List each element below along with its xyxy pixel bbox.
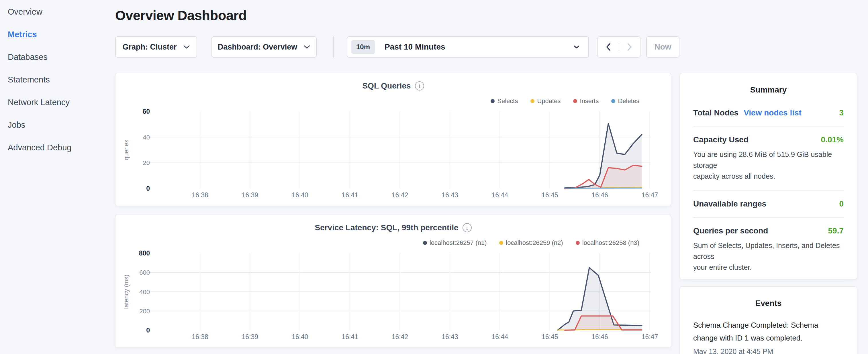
- unavailable-ranges-value: 0: [839, 199, 844, 208]
- events-panel: Events Schema Change Completed: Schema c…: [680, 286, 857, 354]
- y-tick-label: 60: [143, 108, 150, 115]
- capacity-used-label: Capacity Used: [693, 135, 748, 144]
- sql-queries-chart: 16:3816:3916:4016:4116:4216:4316:4416:45…: [116, 73, 672, 206]
- chevron-down-icon: [574, 45, 580, 49]
- events-title: Events: [680, 287, 857, 308]
- view-nodes-list-link[interactable]: View nodes list: [744, 108, 802, 118]
- x-tick-label: 16:46: [591, 333, 608, 341]
- x-tick-label: 16:40: [292, 191, 308, 199]
- event-timestamp: May 13, 2020 at 4:45 PM: [693, 347, 844, 354]
- chevron-right-icon: [627, 43, 632, 51]
- time-next-button[interactable]: [619, 43, 640, 51]
- x-tick-label: 16:41: [342, 191, 358, 199]
- dashboard-dropdown-label: Dashboard: Overview: [218, 43, 298, 52]
- x-tick-label: 16:39: [242, 333, 258, 341]
- x-tick-label: 16:47: [642, 191, 658, 199]
- x-tick-label: 16:42: [392, 191, 408, 199]
- sidebar-item-network-latency[interactable]: Network Latency: [8, 91, 115, 114]
- total-nodes-label: Total Nodes: [693, 108, 739, 118]
- y-axis-label: queries: [123, 139, 130, 160]
- chevron-down-icon: [183, 45, 190, 49]
- unavailable-ranges-label: Unavailable ranges: [693, 199, 766, 208]
- y-tick-label: 0: [146, 185, 150, 192]
- controls-divider: [333, 36, 334, 58]
- queries-per-second-description: Sum of Selects, Updates, Inserts, and De…: [693, 240, 844, 273]
- x-tick-label: 16:44: [492, 333, 508, 341]
- x-tick-label: 16:45: [541, 333, 558, 341]
- time-range-picker[interactable]: 10m Past 10 Minutes: [347, 36, 589, 58]
- sidebar: Overview Metrics Databases Statements Ne…: [0, 0, 115, 354]
- capacity-used-description: You are using 28.6 MiB of 515.9 GiB usab…: [693, 149, 844, 182]
- summary-title: Summary: [680, 73, 857, 95]
- page-title: Overview Dashboard: [115, 7, 247, 23]
- y-tick-label: 600: [139, 269, 150, 276]
- sidebar-item-databases[interactable]: Databases: [8, 46, 115, 68]
- dashboard-dropdown[interactable]: Dashboard: Overview: [212, 36, 317, 58]
- chevron-down-icon: [304, 45, 310, 49]
- sidebar-item-overview[interactable]: Overview: [8, 1, 115, 23]
- graph-dropdown[interactable]: Graph: Cluster: [115, 36, 197, 58]
- sql-queries-chart-card: SQL Queries SelectsUpdatesInsertsDeletes…: [115, 73, 671, 206]
- y-axis-label: latency (ms): [123, 275, 130, 309]
- x-tick-label: 16:42: [392, 333, 408, 341]
- service-latency-chart-card: Service Latency: SQL, 99th percentile lo…: [115, 215, 671, 348]
- x-tick-label: 16:38: [192, 191, 208, 199]
- service-latency-chart: 16:3816:3916:4016:4116:4216:4316:4416:45…: [116, 215, 672, 348]
- queries-per-second-value: 59.7: [828, 226, 844, 235]
- sidebar-item-advanced-debug[interactable]: Advanced Debug: [8, 136, 115, 159]
- x-tick-label: 16:39: [242, 191, 258, 199]
- y-tick-label: 200: [139, 308, 150, 315]
- y-tick-label: 20: [143, 159, 150, 166]
- x-tick-label: 16:43: [442, 333, 458, 341]
- x-tick-label: 16:44: [492, 191, 508, 199]
- sidebar-item-statements[interactable]: Statements: [8, 68, 115, 91]
- summary-panel: Summary Total Nodes View nodes list 3 Ca…: [680, 73, 857, 279]
- x-tick-label: 16:46: [591, 191, 608, 199]
- capacity-used-value: 0.01%: [821, 135, 844, 144]
- x-tick-label: 16:40: [292, 333, 308, 341]
- x-tick-label: 16:45: [541, 191, 558, 199]
- sidebar-item-metrics[interactable]: Metrics: [8, 23, 115, 46]
- chevron-left-icon: [606, 43, 611, 51]
- time-range-badge: 10m: [351, 40, 375, 54]
- total-nodes-value: 3: [839, 108, 844, 118]
- event-message[interactable]: Schema Change Completed: Schema change w…: [693, 319, 844, 345]
- controls-bar: Graph: Cluster Dashboard: Overview 10m P…: [115, 36, 679, 58]
- x-tick-label: 16:43: [442, 191, 458, 199]
- time-range-label: Past 10 Minutes: [384, 42, 445, 52]
- sidebar-item-jobs[interactable]: Jobs: [8, 114, 115, 136]
- y-tick-label: 800: [139, 250, 150, 257]
- time-pager: [597, 36, 641, 58]
- x-tick-label: 16:41: [342, 333, 358, 341]
- graph-dropdown-label: Graph: Cluster: [122, 43, 177, 52]
- y-tick-label: 40: [143, 134, 150, 141]
- x-tick-label: 16:47: [642, 333, 658, 341]
- now-button[interactable]: Now: [646, 36, 679, 58]
- x-tick-label: 16:38: [192, 333, 208, 341]
- y-tick-label: 400: [139, 288, 150, 296]
- time-prev-button[interactable]: [598, 43, 619, 51]
- queries-per-second-label: Queries per second: [693, 226, 768, 235]
- y-tick-label: 0: [146, 326, 150, 334]
